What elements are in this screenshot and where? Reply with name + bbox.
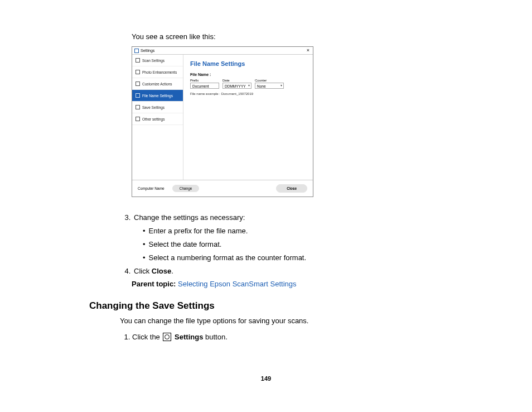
counter-label: Counter [255, 79, 284, 82]
change-button[interactable]: Change [172, 185, 200, 192]
sidebar-item-label: Other settings [142, 117, 165, 121]
step-text-bold: Close [152, 267, 171, 275]
settings-sidebar: Scan Settings Photo Enhancements Customi… [132, 55, 183, 180]
step-text: Click [134, 267, 152, 275]
settings-main-panel: File Name Settings File Name : Prefix Do… [183, 55, 313, 180]
dialog-footer: Computer Name Change Close [132, 180, 313, 197]
step-3: Change the settings as necessary: Enter … [133, 212, 499, 264]
sidebar-item-customize-actions[interactable]: Customize Actions [132, 78, 183, 90]
prefix-label: Prefix [190, 79, 219, 82]
parent-topic-label: Parent topic: [132, 280, 176, 288]
close-icon[interactable]: × [306, 48, 311, 53]
intro-text: You see a screen like this: [132, 32, 499, 41]
app-icon [134, 49, 139, 53]
step-text: Click the [132, 333, 162, 341]
file-name-example: File name example : Document_15072019 [190, 92, 306, 95]
sidebar-item-save-settings[interactable]: Save Settings [132, 102, 183, 113]
step-3-bullet: Select a numbering format as the counter… [143, 252, 499, 264]
step-4: Click Close. [133, 265, 499, 277]
other-icon [136, 117, 140, 121]
computer-name-label: Computer Name [138, 186, 165, 190]
prefix-input[interactable]: Document [190, 83, 219, 89]
step-text-bold: Settings [175, 333, 203, 341]
section-intro: You can change the file type options for… [120, 315, 499, 327]
settings-dialog-screenshot: Settings × Scan Settings Photo Enhanceme… [132, 46, 313, 197]
file-name-label: File Name : [190, 73, 306, 76]
step-text: . [171, 267, 173, 275]
save-icon [136, 105, 140, 109]
section-heading: Changing the Save Settings [89, 300, 499, 312]
sidebar-item-photo-enhancements[interactable]: Photo Enhancements [132, 66, 183, 78]
photo-icon [136, 70, 140, 74]
close-button[interactable]: Close [276, 184, 307, 193]
date-select[interactable]: DDMMYYYY [223, 83, 252, 89]
sidebar-item-label: File Name Settings [142, 94, 173, 98]
section2-step-1: Click the Settings button. [132, 331, 499, 343]
sidebar-item-label: Photo Enhancements [142, 70, 177, 74]
step-3-bullet: Select the date format. [143, 238, 499, 251]
sidebar-item-label: Save Settings [142, 106, 165, 109]
sidebar-item-label: Scan Settings [142, 59, 165, 63]
sidebar-item-scan-settings[interactable]: Scan Settings [132, 55, 183, 66]
filename-icon [136, 93, 140, 98]
scan-icon [136, 58, 140, 63]
parent-topic: Parent topic: Selecting Epson ScanSmart … [132, 280, 499, 288]
step-text: Change the settings as necessary: [134, 213, 245, 222]
parent-topic-link[interactable]: Selecting Epson ScanSmart Settings [178, 280, 296, 288]
dialog-titlebar: Settings × [132, 47, 313, 55]
date-label: Date [223, 79, 252, 82]
window-title: Settings [141, 49, 154, 52]
instruction-steps: Change the settings as necessary: Enter … [114, 212, 499, 277]
step-text: button. [203, 333, 227, 341]
panel-heading: File Name Settings [190, 60, 306, 67]
sidebar-item-label: Customize Actions [142, 82, 172, 86]
sidebar-item-file-name-settings[interactable]: File Name Settings [132, 90, 183, 102]
step-3-bullet: Enter a prefix for the file name. [143, 225, 499, 237]
counter-select[interactable]: None [255, 83, 284, 89]
page-number: 149 [0, 375, 532, 382]
sidebar-item-other-settings[interactable]: Other settings [132, 113, 183, 125]
customize-icon [136, 82, 140, 86]
gear-icon [163, 333, 171, 341]
